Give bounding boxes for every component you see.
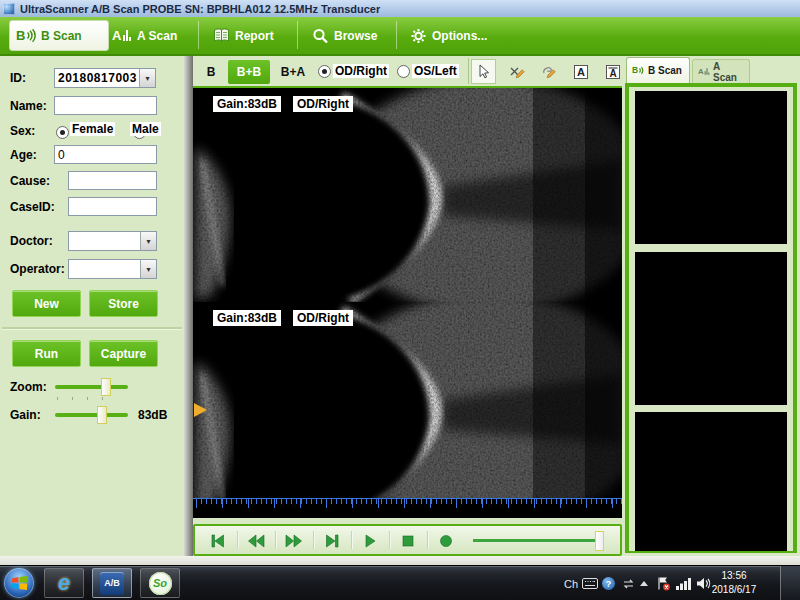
tab-a-scan[interactable]: A A Scan <box>106 17 183 54</box>
browse-icon <box>312 28 329 44</box>
sex-female-radio[interactable] <box>56 126 69 139</box>
chevron-down-icon[interactable]: ▾ <box>139 69 155 87</box>
last-frame-button[interactable] <box>319 530 345 552</box>
right-tab-b-scan[interactable]: B B Scan <box>626 57 690 83</box>
age-input[interactable] <box>54 145 157 164</box>
help-icon[interactable]: ? <box>602 566 615 600</box>
last-frame-icon <box>322 533 342 549</box>
play-icon <box>360 533 380 549</box>
name-label: Name: <box>10 99 47 113</box>
show-desktop-button[interactable] <box>780 566 800 600</box>
measure-delete-tool-button[interactable] <box>504 59 529 84</box>
record-icon <box>436 533 456 549</box>
panel-divider <box>2 327 182 330</box>
text-annotation-line-tool-button[interactable]: A <box>600 59 625 84</box>
main-toolbar: B B Scan A A Scan Report <box>0 17 800 56</box>
name-input[interactable] <box>54 96 157 115</box>
cause-input[interactable] <box>68 171 157 190</box>
text-annotation-line-icon: A <box>605 64 621 80</box>
tab-browse[interactable]: Browse <box>306 17 383 54</box>
capture-button[interactable]: Capture <box>89 340 158 367</box>
mode-tab-b[interactable]: B <box>198 60 224 84</box>
sync-icon[interactable] <box>622 566 635 600</box>
rewind-icon <box>246 533 266 549</box>
clock-date: 2018/6/17 <box>706 583 762 597</box>
panel-image-separator <box>184 56 193 556</box>
gain-label: Gain: <box>10 408 41 422</box>
side-overlay-label: OD/Right <box>293 96 353 112</box>
scan-thumbnail-1[interactable] <box>635 91 787 244</box>
frame-position-slider[interactable] <box>473 539 598 542</box>
zoom-slider[interactable] <box>55 385 128 389</box>
chevron-down-icon[interactable]: ▾ <box>140 232 156 250</box>
zoom-slider-ticks <box>57 397 117 400</box>
gain-slider-thumb[interactable] <box>97 406 107 424</box>
os-left-radio[interactable] <box>397 65 410 78</box>
b-scan-image-bottom[interactable]: Gain:83dB OD/Right <box>193 302 622 498</box>
scan-thumbnail-3[interactable] <box>635 412 787 553</box>
toolbar-separator <box>297 21 298 49</box>
caseid-input[interactable] <box>68 197 157 216</box>
scan-thumbnail-2[interactable] <box>635 252 787 405</box>
gain-overlay-label: Gain:83dB <box>213 310 281 326</box>
sex-label: Sex: <box>10 124 35 138</box>
language-indicator[interactable]: Ch <box>564 566 578 600</box>
stop-button[interactable] <box>395 530 421 552</box>
internet-explorer-icon: e <box>58 570 70 596</box>
id-combobox[interactable]: 20180817003 ▾ <box>54 68 156 88</box>
eye-side-radio-group: OD/Right OS/Left <box>318 61 459 81</box>
pointer-tool-button[interactable] <box>471 59 496 84</box>
app-window-icon <box>3 3 15 15</box>
a-scan-icon: A <box>112 28 132 43</box>
b-scan-icon: B <box>16 28 36 43</box>
a-scan-icon: A <box>698 66 710 77</box>
window-bottom-strip <box>0 556 800 565</box>
toolbar-separator <box>468 58 469 84</box>
b-scan-image-top[interactable]: Gain:83dB OD/Right <box>193 88 622 302</box>
rewind-button[interactable] <box>243 530 269 552</box>
new-button[interactable]: New <box>12 290 81 317</box>
first-frame-button[interactable] <box>205 530 231 552</box>
keyboard-icon[interactable] <box>582 566 598 600</box>
sogou-app-icon: So <box>149 572 172 595</box>
show-hidden-icons-icon[interactable] <box>640 566 648 600</box>
right-tab-a-scan[interactable]: A A Scan <box>692 59 750 83</box>
start-button[interactable] <box>4 568 34 598</box>
run-button[interactable]: Run <box>12 340 81 367</box>
fast-forward-icon <box>284 533 304 549</box>
store-button[interactable]: Store <box>89 290 158 317</box>
mode-tab-b-b[interactable]: B+B <box>228 60 270 84</box>
svg-text:A: A <box>577 66 585 78</box>
chevron-down-icon[interactable]: ▾ <box>140 260 156 278</box>
tab-report[interactable]: Report <box>207 17 280 54</box>
gain-slider[interactable] <box>55 413 128 417</box>
first-frame-icon <box>208 533 228 549</box>
tab-b-scan[interactable]: B B Scan <box>9 20 109 51</box>
taskbar-ie-button[interactable]: e <box>44 568 84 598</box>
record-button[interactable] <box>433 530 459 552</box>
taskbar-sogou-button[interactable]: So <box>140 568 180 598</box>
b-scan-icon: B <box>632 65 645 76</box>
frame-position-thumb[interactable] <box>595 531 604 551</box>
mode-tab-b-a[interactable]: B+A <box>274 60 312 84</box>
od-right-radio[interactable] <box>318 65 331 78</box>
fast-forward-button[interactable] <box>281 530 307 552</box>
network-icon[interactable] <box>676 566 692 600</box>
taskbar-ab-scan-button[interactable]: A/B <box>92 568 132 598</box>
tab-options[interactable]: Options... <box>404 17 493 54</box>
taskbar-clock[interactable]: 13:56 2018/6/17 <box>706 569 762 598</box>
id-label: ID: <box>10 71 26 85</box>
play-button[interactable] <box>357 530 383 552</box>
operator-combobox[interactable]: ▾ <box>68 259 157 279</box>
text-annotation-tool-button[interactable]: A <box>568 59 593 84</box>
ab-scan-app-icon: A/B <box>100 572 124 595</box>
text-annotation-icon: A <box>573 64 589 80</box>
action-center-icon[interactable] <box>656 566 671 600</box>
od-right-label: OD/Right <box>333 64 389 78</box>
svg-text:A: A <box>609 68 616 79</box>
window-title: UltraScanner A/B Scan PROBE SN: BPBHLA01… <box>20 3 380 15</box>
erase-tool-button[interactable] <box>536 59 561 84</box>
zoom-slider-thumb[interactable] <box>101 378 111 396</box>
sex-male-label: Male <box>130 122 161 136</box>
doctor-combobox[interactable]: ▾ <box>68 231 157 251</box>
